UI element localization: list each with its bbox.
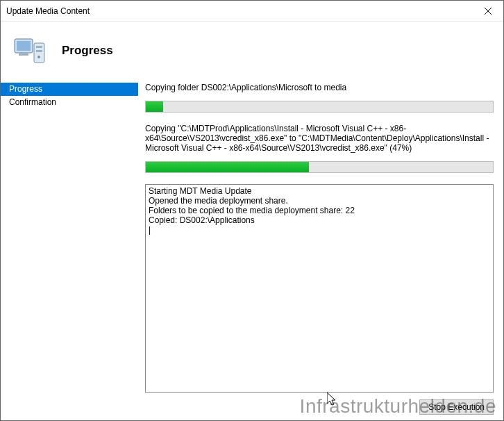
progress-bar-1 (145, 101, 494, 113)
progress-bar-2 (145, 161, 494, 173)
svg-rect-6 (36, 46, 42, 48)
svg-rect-4 (19, 53, 28, 56)
wizard-header: Progress (1, 22, 503, 80)
status-text-2: Copying "C:\MDTProd\Applications\Install… (145, 124, 494, 153)
main-panel: Copying folder DS002:\Applications\Micro… (138, 80, 503, 420)
close-button[interactable] (472, 1, 503, 21)
sidebar-item-progress[interactable]: Progress (1, 83, 138, 96)
svg-point-8 (37, 56, 40, 58)
progress-fill-2 (146, 162, 309, 172)
svg-rect-7 (36, 50, 42, 52)
page-title: Progress (62, 44, 113, 58)
status-text-1: Copying folder DS002:\Applications\Micro… (145, 83, 494, 92)
log-output[interactable]: Starting MDT Media Update Opened the med… (145, 184, 494, 393)
close-icon (485, 8, 492, 15)
progress-fill-1 (146, 101, 163, 112)
content-area: Progress Confirmation Copying folder DS0… (1, 80, 503, 420)
svg-rect-3 (17, 41, 31, 51)
wizard-steps-sidebar: Progress Confirmation (1, 80, 138, 420)
window-title: Update Media Content (6, 6, 472, 16)
titlebar: Update Media Content (1, 1, 503, 22)
stop-execution-button[interactable]: Stop Execution (419, 399, 494, 415)
computer-icon (13, 33, 48, 68)
sidebar-item-confirmation[interactable]: Confirmation (1, 96, 138, 109)
button-row: Stop Execution (145, 399, 494, 415)
